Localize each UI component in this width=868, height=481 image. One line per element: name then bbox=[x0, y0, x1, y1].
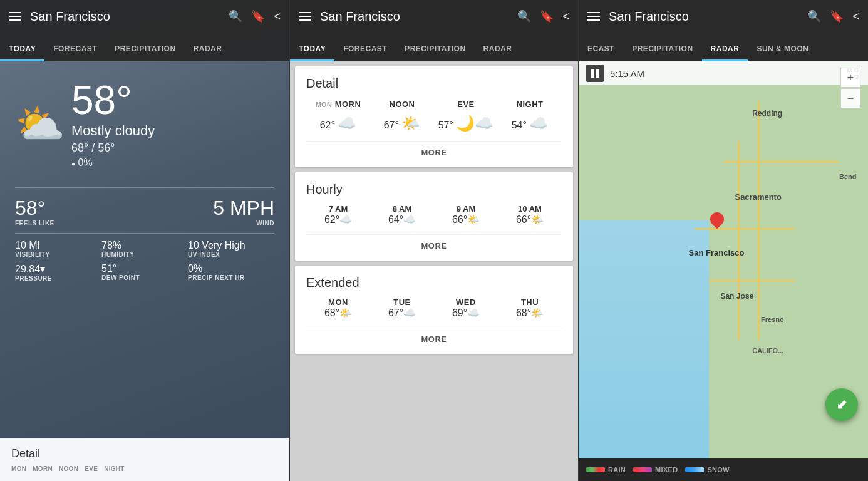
zoom-out-button[interactable]: − bbox=[840, 88, 860, 108]
map-label-redding: Redding bbox=[752, 109, 782, 118]
share-icon[interactable]: < bbox=[274, 10, 281, 23]
condition-text: Mostly cloudy bbox=[71, 123, 155, 139]
extended-day-0: MON bbox=[306, 297, 370, 307]
legend-rain-color bbox=[586, 467, 605, 472]
middle-scroll[interactable]: Detail MON MORN NOON EVE NIGHT 62° bbox=[290, 61, 578, 481]
tab-forecast-middle[interactable]: FORECAST bbox=[334, 37, 396, 61]
extended-temp-1: 67°☁️ bbox=[370, 307, 434, 319]
extended-more-link[interactable]: MORE bbox=[306, 328, 562, 344]
detail-more-link[interactable]: MORE bbox=[306, 141, 562, 157]
legend-rain-label: RAIN bbox=[608, 466, 626, 473]
detail-temp-3: 54° bbox=[512, 120, 527, 130]
map-label-sanjose: San Jose bbox=[720, 292, 753, 301]
right-search-icon[interactable]: 🔍 bbox=[807, 9, 821, 23]
extended-day-1: TUE bbox=[370, 297, 434, 307]
detail-icon-3: ☁️ bbox=[529, 115, 548, 132]
tab-ecast-right[interactable]: ECAST bbox=[579, 37, 623, 61]
stats-row-main: 58° FEELS LIKE 5 MPH WIND bbox=[15, 197, 274, 227]
detail-data-1: 67° 🌤️ bbox=[370, 115, 434, 132]
layers-fab[interactable]: ⬋ bbox=[825, 388, 858, 421]
detail-col-3: NIGHT bbox=[498, 98, 562, 110]
divider bbox=[15, 233, 274, 234]
tab-precipitation-left[interactable]: PRECIPITATION bbox=[106, 37, 184, 61]
bookmark-icon[interactable]: 🔖 bbox=[251, 9, 265, 23]
hourly-icon-2: 🌤️ bbox=[467, 214, 480, 225]
extended-day-3: THU bbox=[498, 297, 562, 307]
map-label-fresno: Fresno bbox=[761, 316, 784, 323]
map-label-sf: San Francisco bbox=[689, 248, 745, 257]
stats-grid: 10 MI VISIBILITY 78% HUMIDITY 10 Very Hi… bbox=[15, 240, 274, 282]
left-city-title: San Francisco bbox=[30, 9, 220, 24]
extended-temp-3: 68°🌤️ bbox=[498, 307, 562, 319]
detail-col-2: EVE bbox=[434, 98, 498, 110]
detail-period-1: NOON bbox=[59, 465, 78, 472]
zoom-in-button[interactable]: + bbox=[840, 68, 860, 88]
legend-mixed-label: MIXED bbox=[655, 466, 678, 473]
right-share-icon[interactable]: < bbox=[852, 10, 859, 23]
middle-header: San Francisco 🔍 🔖 < bbox=[290, 0, 578, 33]
middle-share-icon[interactable]: < bbox=[562, 10, 569, 23]
map-container[interactable]: Redding Sacramento San Francisco San Jos… bbox=[579, 61, 868, 458]
extended-icon-0: 🌤️ bbox=[339, 308, 352, 318]
visibility-stat: 10 MI VISIBILITY bbox=[15, 240, 101, 258]
pause-icon bbox=[591, 69, 599, 78]
hourly-card: Hourly 7 AM 62°☁️ 8 AM 64°☁️ 9 AM 66°🌤️ … bbox=[295, 172, 573, 261]
weather-main: ⛅ 58° Mostly cloudy 68° / 56° ● 0% 58° F… bbox=[0, 61, 289, 438]
legend-mixed: MIXED bbox=[633, 466, 678, 473]
weather-temp-block: 58° Mostly cloudy 68° / 56° ● 0% bbox=[71, 80, 155, 168]
extended-temp-2: 69°☁️ bbox=[434, 307, 498, 319]
tab-radar-right[interactable]: RADAR bbox=[702, 37, 748, 61]
panel-right: San Francisco 🔍 🔖 < ECAST PRECIPITATION … bbox=[579, 0, 868, 481]
tab-precip-right[interactable]: PRECIPITATION bbox=[623, 37, 701, 61]
detail-data-3: 54° ☁️ bbox=[498, 115, 562, 132]
detail-period-2: EVE bbox=[457, 100, 475, 109]
tab-radar-left[interactable]: RADAR bbox=[185, 37, 231, 61]
middle-bookmark-icon[interactable]: 🔖 bbox=[540, 9, 554, 23]
feels-label: FEELS LIKE bbox=[15, 220, 54, 227]
hourly-col-0: 7 AM 62°☁️ bbox=[306, 204, 370, 225]
hi-lo-text: 68° / 56° bbox=[71, 142, 155, 155]
tab-radar-middle[interactable]: RADAR bbox=[475, 37, 521, 61]
legend-snow-color bbox=[685, 467, 704, 472]
extended-icon-1: ☁️ bbox=[403, 308, 416, 318]
map-zoom-controls: + − bbox=[840, 68, 860, 108]
precip-text: ● 0% bbox=[71, 157, 155, 168]
extended-icon-3: 🌤️ bbox=[531, 308, 544, 318]
middle-search-icon[interactable]: 🔍 bbox=[517, 9, 531, 23]
menu-icon[interactable] bbox=[9, 12, 21, 21]
wind-block: 5 MPH WIND bbox=[213, 197, 274, 227]
map-background: Redding Sacramento San Francisco San Jos… bbox=[579, 61, 868, 458]
detail-card-bottom: Detail MON MORN NOON EVE NIGHT bbox=[0, 438, 289, 481]
middle-menu-icon[interactable] bbox=[299, 12, 311, 21]
tab-precipitation-middle[interactable]: PRECIPITATION bbox=[396, 37, 474, 61]
tab-today-left[interactable]: TODAY bbox=[0, 37, 44, 61]
uv-stat: 10 Very High UV INDEX bbox=[188, 240, 274, 258]
layers-icon: ⬋ bbox=[836, 396, 847, 413]
hourly-time-0: 7 AM bbox=[306, 204, 370, 214]
extended-col-3: THU 68°🌤️ bbox=[498, 297, 562, 319]
extended-day-2: WED bbox=[434, 297, 498, 307]
extended-icon-2: ☁️ bbox=[467, 308, 480, 318]
tab-forecast-left[interactable]: FORECAST bbox=[44, 37, 106, 61]
hourly-more-link[interactable]: MORE bbox=[306, 234, 562, 251]
map-time-bar: 5:15 AM bbox=[579, 61, 868, 85]
hourly-temp-2: 66°🌤️ bbox=[434, 214, 498, 225]
hourly-icon-3: 🌤️ bbox=[531, 214, 544, 225]
detail-card: Detail MON MORN NOON EVE NIGHT 62° bbox=[295, 66, 573, 167]
humidity-stat: 78% HUMIDITY bbox=[101, 240, 188, 258]
feels-temp: 58° bbox=[15, 197, 54, 220]
wind-speed: 5 MPH bbox=[213, 197, 274, 220]
legend-mixed-color bbox=[633, 467, 652, 472]
map-label-bendo: Bend bbox=[839, 173, 857, 180]
legend-snow-label: SNOW bbox=[707, 466, 729, 473]
tab-today-middle[interactable]: TODAY bbox=[290, 37, 334, 61]
pause-button[interactable] bbox=[586, 65, 604, 82]
extended-card: Extended MON 68°🌤️ TUE 67°☁️ WED 69°☁️ T… bbox=[295, 266, 573, 354]
feels-like-block: 58° FEELS LIKE bbox=[15, 197, 54, 227]
tab-sun-moon-right[interactable]: SUN & MOON bbox=[748, 37, 817, 61]
right-bookmark-icon[interactable]: 🔖 bbox=[830, 9, 844, 23]
detail-card-title: Detail bbox=[11, 447, 278, 460]
right-menu-icon[interactable] bbox=[587, 12, 600, 21]
detail-col-0: MON MORN bbox=[306, 98, 370, 110]
search-icon[interactable]: 🔍 bbox=[229, 9, 242, 23]
